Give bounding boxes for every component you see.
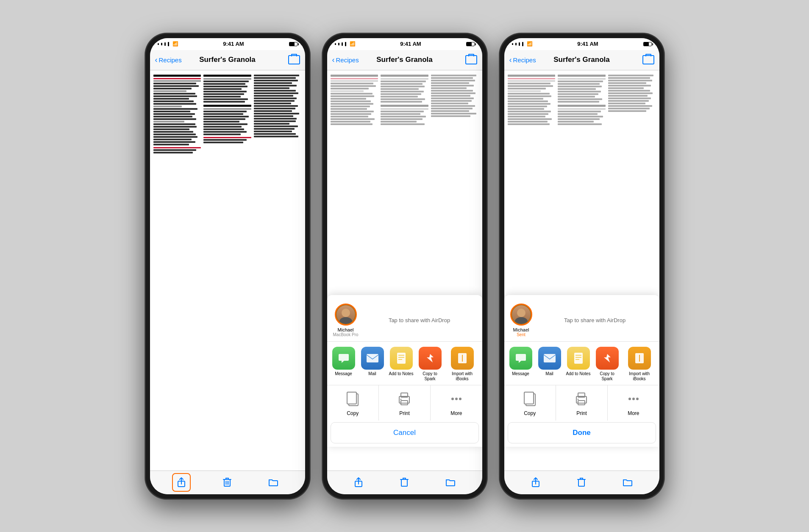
toolbox-icon-1 <box>288 55 300 64</box>
time-1: 9:41 AM <box>223 41 244 47</box>
airdrop-avatar-2 <box>335 304 357 326</box>
more-label-2: More <box>450 410 462 416</box>
trash-button-3[interactable] <box>572 473 591 492</box>
spark-svg-2 <box>424 352 436 364</box>
copy-label-2: Copy <box>347 410 359 416</box>
back-button-3[interactable]: ‹ Recipes <box>509 56 536 64</box>
print-icon-wrap-3 <box>572 390 591 408</box>
print-svg-2 <box>397 392 412 406</box>
share-item-ibooks-3[interactable]: Import with iBooks <box>623 347 656 382</box>
spark-icon-2 <box>419 347 442 370</box>
wifi-icon-2: 📶 <box>350 41 356 47</box>
more-action-3[interactable]: More <box>608 385 659 421</box>
copy-icon-wrap-3 <box>520 390 539 408</box>
back-button-2[interactable]: ‹ Recipes <box>332 56 359 64</box>
signal-bar-3 <box>164 42 166 46</box>
back-label-1: Recipes <box>159 56 182 64</box>
share-item-notes-2[interactable]: Add to Notes <box>388 347 414 382</box>
nav-title-2: Surfer's Granola <box>376 56 433 64</box>
notes-svg-3 <box>573 352 584 365</box>
spark-svg-3 <box>601 352 613 364</box>
share-item-spark-2[interactable]: Copy to Spark <box>417 347 443 382</box>
content-area-3: Michael Sent Tap to share with AirDrop <box>504 70 659 471</box>
print-action-2[interactable]: Print <box>379 385 431 421</box>
print-label-2: Print <box>399 410 410 416</box>
share-sheet-2: Michael MacBook Pro Tap to share with Ai… <box>327 295 482 447</box>
airdrop-person-3[interactable]: Michael Sent <box>510 304 532 337</box>
more-label-3: More <box>628 410 639 416</box>
copy-action-3[interactable]: Copy <box>504 385 556 421</box>
folder-button-3[interactable] <box>618 473 637 492</box>
battery-1 <box>289 42 297 46</box>
phone-2-screen: 📶 9:41 AM ‹ Recipes Surfer's Granola <box>327 38 482 494</box>
share-item-message-2[interactable]: Message <box>331 347 357 382</box>
done-button-3[interactable]: Done <box>508 422 656 443</box>
share-row-3: Message Mail <box>504 345 659 383</box>
svg-point-21 <box>578 398 579 400</box>
share-label-spark-2: Copy to Spark <box>417 371 443 382</box>
battery-icons-2 <box>466 42 475 46</box>
airdrop-person-2[interactable]: Michael MacBook Pro <box>333 304 359 337</box>
more-action-2[interactable]: More <box>431 385 482 421</box>
airdrop-sent-3: Sent <box>517 332 525 337</box>
share-item-ibooks-2[interactable]: Import with iBooks <box>446 347 479 382</box>
action-row-2: Copy Print <box>327 385 482 421</box>
trash-icon-3 <box>577 477 586 487</box>
signal-bar-4 <box>168 42 169 46</box>
battery-3 <box>643 42 652 46</box>
message-icon-2 <box>332 347 355 370</box>
trash-button-1[interactable] <box>218 473 236 492</box>
back-label-3: Recipes <box>513 56 536 64</box>
chevron-icon-3: ‹ <box>509 56 512 64</box>
copy-action-2[interactable]: Copy <box>327 385 379 421</box>
folder-icon-2 <box>445 478 456 487</box>
print-svg-3 <box>574 392 589 406</box>
status-bar-3: 📶 9:41 AM <box>504 38 659 50</box>
share-button-3[interactable] <box>526 473 545 492</box>
ibooks-svg-3 <box>634 352 645 364</box>
share-item-notes-3[interactable]: Add to Notes <box>565 347 592 382</box>
print-action-3[interactable]: Print <box>556 385 608 421</box>
notes-icon-3 <box>567 347 590 370</box>
print-icon-wrap-2 <box>395 390 414 408</box>
signal-icons-2: 📶 <box>335 41 356 47</box>
airdrop-subtitle-2: MacBook Pro <box>333 332 359 337</box>
share-label-notes-2: Add to Notes <box>389 371 414 376</box>
share-label-mail-2: Mail <box>368 371 376 376</box>
back-label-2: Recipes <box>336 56 359 64</box>
nav-bar-2: ‹ Recipes Surfer's Granola <box>327 50 482 70</box>
svg-rect-3 <box>397 353 406 364</box>
share-button-1[interactable] <box>172 473 191 492</box>
chevron-icon-1: ‹ <box>155 56 158 64</box>
share-label-ibooks-2: Import with iBooks <box>446 371 479 382</box>
back-button-1[interactable]: ‹ Recipes <box>155 56 182 64</box>
notes-svg-2 <box>396 352 406 365</box>
nav-bar-3: ‹ Recipes Surfer's Granola <box>504 50 659 70</box>
copy-icon-wrap-2 <box>343 390 362 408</box>
recipe-col-mid-1 <box>203 75 251 466</box>
share-item-message-3[interactable]: Message <box>508 347 534 382</box>
share-item-spark-3[interactable]: Copy to Spark <box>594 347 620 382</box>
ibooks-icon-3 <box>628 347 651 370</box>
share-button-2[interactable] <box>349 473 368 492</box>
cancel-button-2[interactable]: Cancel <box>331 422 479 443</box>
folder-button-1[interactable] <box>264 473 283 492</box>
bottom-toolbar-1 <box>150 471 305 494</box>
share-item-mail-2[interactable]: Mail <box>359 347 386 382</box>
folder-icon-1 <box>268 478 278 487</box>
signal-bar-2 <box>161 43 162 45</box>
toolbox-icon-2 <box>465 55 477 64</box>
svg-rect-14 <box>574 353 583 364</box>
ibooks-icon-2 <box>451 347 474 370</box>
trash-button-2[interactable] <box>395 473 414 492</box>
avatar-face-3 <box>512 305 531 324</box>
phone-1-screen: 📶 9:41 AM ‹ Recipes Surfer's Granola <box>150 38 305 494</box>
share-sheet-3: Michael Sent Tap to share with AirDrop <box>504 295 659 447</box>
folder-button-2[interactable] <box>441 473 460 492</box>
trash-icon-1 <box>223 477 231 487</box>
toolbox-button-2[interactable] <box>465 55 477 64</box>
airdrop-label-2: Tap to share with AirDrop <box>363 317 476 323</box>
toolbox-button-3[interactable] <box>642 55 654 64</box>
share-item-mail-3[interactable]: Mail <box>537 347 563 382</box>
toolbox-button-1[interactable] <box>288 55 300 64</box>
